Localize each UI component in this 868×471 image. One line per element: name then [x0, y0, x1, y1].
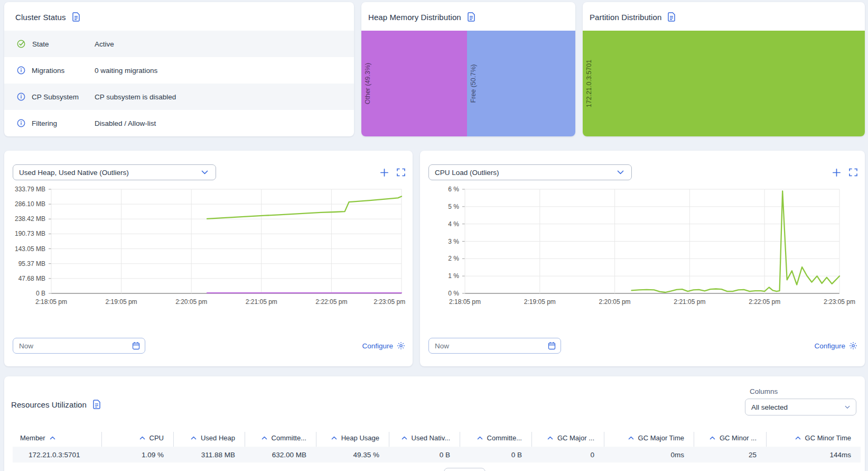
table-cell[interactable]: 311.88 MB [173, 447, 245, 463]
y-tick-label: 5 % [420, 203, 459, 210]
table-cell[interactable]: 0 B [460, 447, 531, 463]
partition-segment-label: 172.21.0.3:5701 [585, 60, 593, 107]
docs-icon[interactable] [92, 400, 101, 409]
check-circle-icon [17, 40, 26, 48]
column-label: Member [20, 434, 45, 442]
status-value: Disabled / Allow-list [95, 119, 156, 127]
column-header-used-nativ[interactable]: Used Nativ... [389, 429, 450, 447]
resources-utilization-card: Columns All selected Resources Utilizati… [4, 376, 865, 471]
configure-link[interactable]: Configure [362, 341, 405, 350]
x-tick-label: 2:22:05 pm [749, 298, 780, 306]
y-tick-label: 6 % [420, 186, 459, 193]
cpu-load-chart-card: CPU Load (Outliers) 0 %1 %2 %3 %4 %5 %6 … [420, 151, 865, 366]
calendar-icon [548, 341, 556, 350]
heap-segment-free[interactable]: Free (50.7%) [467, 31, 575, 136]
heap-distribution-bars: Other (49.3%) Free (50.7%) [361, 31, 575, 136]
column-header-gc-major-time[interactable]: GC Major Time [604, 429, 684, 447]
gear-icon [849, 341, 857, 350]
docs-icon[interactable] [667, 12, 676, 22]
y-tick-label: 0 % [420, 290, 459, 297]
time-picker-input[interactable]: Now [13, 338, 145, 354]
table-cell[interactable]: 632.00 MB [245, 447, 316, 463]
y-tick-label: 4 % [420, 220, 459, 228]
column-header-gc-major[interactable]: GC Major ... [531, 429, 594, 447]
time-picker-value: Now [435, 342, 449, 350]
y-tick-label: 47.68 MB [4, 275, 45, 282]
partition-segment[interactable]: 172.21.0.3:5701 [583, 31, 865, 136]
column-label: Committe... [272, 434, 306, 442]
docs-icon[interactable] [72, 12, 80, 22]
table-cell[interactable]: 49.35 % [316, 447, 389, 463]
partition-distribution-card: Partition Distribution 172.21.0.3:5701 [583, 2, 865, 136]
info-circle-icon [17, 119, 25, 127]
configure-label: Configure [814, 342, 845, 350]
columns-select[interactable]: All selected [745, 399, 856, 415]
column-label: Used Nativ... [412, 434, 450, 442]
status-value: Active [95, 40, 114, 48]
y-tick-label: 1 % [420, 272, 459, 280]
heap-segment-other[interactable]: Other (49.3%) [361, 31, 467, 136]
status-label: CP Subsystem [32, 93, 79, 101]
column-header-member[interactable]: Member [13, 429, 109, 447]
status-label: Filtering [32, 119, 57, 127]
column-header-heap-usage[interactable]: Heap Usage [316, 429, 379, 447]
table-cell[interactable]: 144ms [766, 447, 861, 463]
x-tick-label: 2:21:05 pm [674, 298, 705, 306]
sort-asc-icon [139, 436, 145, 440]
status-value: CP subsystem is disabled [95, 93, 176, 101]
x-tick-label: 2:22:05 pm [315, 298, 347, 306]
column-header-gc-minor[interactable]: GC Minor ... [694, 429, 757, 447]
time-picker-input[interactable]: Now [428, 338, 561, 354]
x-tick-label: 2:20:05 pm [175, 298, 207, 306]
x-tick-label: 2:23:05 pm [374, 298, 405, 306]
sort-asc-icon [331, 436, 337, 440]
status-value: 0 waiting migrations [95, 67, 157, 75]
column-label: Heap Usage [341, 434, 379, 442]
table-cell[interactable]: 1.09 % [101, 447, 173, 463]
columns-select-value: All selected [751, 403, 788, 411]
column-header-used-heap[interactable]: Used Heap [173, 429, 235, 447]
configure-link[interactable]: Configure [814, 341, 857, 350]
column-header-gc-minor-time[interactable]: GC Minor Time [766, 429, 851, 447]
x-tick-label: 2:19:05 pm [524, 298, 556, 306]
column-header-committe[interactable]: Committe... [460, 429, 522, 447]
sort-asc-icon [795, 436, 801, 440]
column-label: GC Major Time [638, 434, 684, 442]
pagination-control[interactable] [444, 468, 486, 471]
x-tick-label: 2:19:05 pm [106, 298, 137, 306]
y-tick-label: 286.10 MB [4, 200, 45, 208]
column-label: GC Major ... [557, 434, 594, 442]
column-header-committe[interactable]: Committe... [245, 429, 306, 447]
cluster-status-title: Cluster Status [15, 13, 66, 22]
status-row-cp-subsystem: CP Subsystem CP subsystem is disabled [4, 84, 354, 110]
cluster-status-rows: State Active Migrations 0 waiting migrat… [4, 31, 354, 136]
table-cell[interactable]: 0 B [389, 447, 460, 463]
y-tick-label: 95.37 MB [4, 260, 45, 267]
sort-asc-icon [50, 436, 55, 440]
y-tick-label: 3 % [420, 238, 459, 245]
status-label: State [32, 40, 49, 48]
table-cell[interactable]: 172.21.0.3:5701 [13, 447, 101, 463]
sort-asc-icon [477, 436, 483, 440]
column-label: Used Heap [201, 434, 235, 442]
time-picker-value: Now [19, 342, 33, 350]
column-header-cpu[interactable]: CPU [101, 429, 164, 447]
status-row-filtering: Filtering Disabled / Allow-list [4, 110, 354, 136]
chart-plot [4, 151, 404, 295]
table-cell[interactable]: 25 [694, 447, 766, 463]
y-tick-label: 333.79 MB [4, 186, 45, 193]
x-tick-label: 2:21:05 pm [246, 298, 277, 306]
configure-label: Configure [362, 342, 393, 350]
x-tick-label: 2:20:05 pm [599, 298, 631, 306]
sort-asc-icon [710, 436, 715, 440]
heap-segment-label: Free (50.7%) [470, 64, 477, 103]
table-cell[interactable]: 0ms [604, 447, 694, 463]
info-circle-icon [17, 93, 25, 101]
docs-icon[interactable] [467, 12, 475, 22]
gear-icon [397, 341, 405, 350]
x-tick-label: 2:18:05 pm [35, 298, 67, 306]
cluster-status-card: Cluster Status State Active Migrations 0… [4, 2, 354, 136]
sort-asc-icon [262, 436, 267, 440]
table-cell[interactable]: 0 [531, 447, 604, 463]
heap-memory-distribution-card: Heap Memory Distribution Other (49.3%) F… [361, 2, 575, 136]
